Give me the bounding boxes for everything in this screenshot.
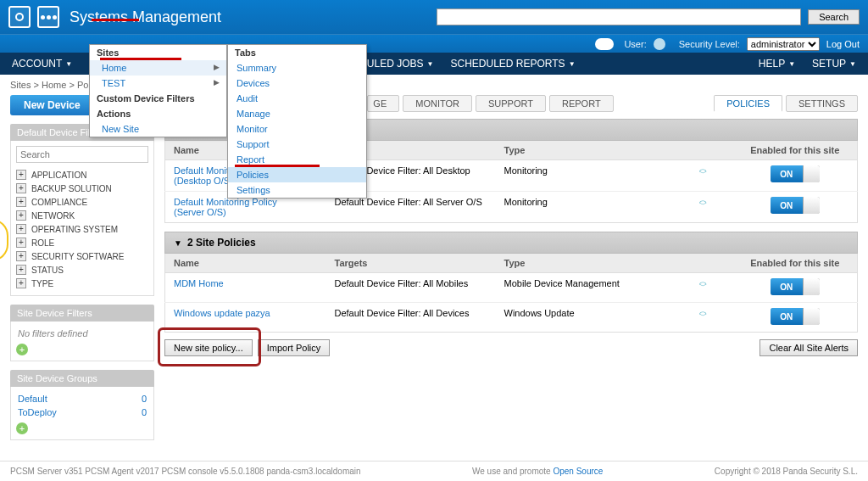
filter-label: SECURITY SOFTWARE <box>31 252 124 261</box>
menu-item-new-site[interactable]: New Site <box>90 121 226 137</box>
submenu-audit[interactable]: Audit <box>228 91 366 106</box>
filter-item[interactable]: +SECURITY SOFTWARE <box>16 249 148 263</box>
site-policies-table: Name Targets Type Enabled for this site … <box>164 254 858 333</box>
filter-item[interactable]: +COMPLIANCE <box>16 195 148 209</box>
submenu-policies[interactable]: Policies <box>228 167 366 182</box>
policy-type: Monitoring <box>496 160 691 192</box>
tab-monitor[interactable]: MONITOR <box>403 95 472 112</box>
col-type: Type <box>496 141 691 160</box>
logo-icon-1 <box>8 6 31 28</box>
nav-account[interactable]: ACCOUNT▼ <box>3 53 81 74</box>
expand-icon: + <box>16 251 26 261</box>
group-name: ToDeploy <box>18 407 57 417</box>
menu-heading-actions: Actions <box>90 106 226 121</box>
filter-item[interactable]: +TYPE <box>16 277 148 290</box>
nav-setup[interactable]: SETUP▼ <box>804 53 865 74</box>
filter-item[interactable]: +ROLE <box>16 236 148 249</box>
user-label: User: <box>624 39 646 49</box>
expand-icon: + <box>16 238 26 248</box>
filter-search-input[interactable] <box>16 146 148 163</box>
wifi-icon: ⌔ <box>699 308 713 322</box>
submenu-devices[interactable]: Devices <box>228 76 366 91</box>
wifi-icon: ⌔ <box>699 197 713 210</box>
caret-down-icon: ▼ <box>569 60 576 68</box>
annotation-policies-underline <box>235 165 320 167</box>
site-policies-header[interactable]: ▼ 2 Site Policies <box>164 232 858 254</box>
security-level-select[interactable]: administrator <box>747 37 820 51</box>
avatar-icon <box>654 38 665 50</box>
enabled-toggle[interactable]: ON <box>771 197 820 214</box>
filter-item[interactable]: +APPLICATION <box>16 168 148 182</box>
menu-item-home[interactable]: Home▶ <box>90 60 226 76</box>
filter-label: TYPE <box>31 279 53 288</box>
add-group-button[interactable]: + <box>16 422 28 434</box>
menu-item-test[interactable]: TEST▶ <box>90 76 226 91</box>
breadcrumb-sites[interactable]: Sites <box>10 80 31 90</box>
caret-down-icon: ▼ <box>65 60 72 68</box>
new-device-button[interactable]: New Device <box>10 95 94 115</box>
policy-targets: Default Device Filter: All Mobiles <box>326 273 496 303</box>
filter-label: NETWORK <box>31 211 75 221</box>
filter-label: STATUS <box>31 266 64 275</box>
new-site-policy-button[interactable]: New site policy... <box>164 339 253 356</box>
logout-link[interactable]: Log Out <box>826 39 860 49</box>
expand-icon: + <box>16 210 26 221</box>
submenu-support[interactable]: Support <box>228 137 366 152</box>
filter-label: OPERATING SYSTEM <box>31 225 118 234</box>
security-level-label: Security Level: <box>679 39 740 49</box>
site-groups-head: Site Device Groups <box>10 370 154 387</box>
filter-item[interactable]: +BACKUP SOLUTION <box>16 182 148 195</box>
caret-down-icon: ▼ <box>849 60 856 68</box>
global-search-button[interactable]: Search <box>808 9 860 25</box>
expand-icon: + <box>16 183 26 193</box>
annotation-home-underline <box>100 58 181 60</box>
table-row: Windows update pazyaDefault Device Filte… <box>165 303 858 333</box>
group-row[interactable]: ToDeploy0 <box>16 405 148 419</box>
tab-support[interactable]: SUPPORT <box>476 95 546 112</box>
tab-policies[interactable]: POLICIES <box>714 95 782 112</box>
col-targets: Targets <box>326 254 496 273</box>
enabled-toggle[interactable]: ON <box>771 165 820 182</box>
col-enabled: Enabled for this site <box>733 141 858 160</box>
enabled-toggle[interactable]: ON <box>771 308 820 325</box>
policy-name-link[interactable]: (Desktop O/S) <box>174 176 233 186</box>
nav-help[interactable]: HELP▼ <box>750 53 804 74</box>
submenu-manage[interactable]: Manage <box>228 106 366 121</box>
filter-item[interactable]: +STATUS <box>16 263 148 277</box>
collapse-icon: ▼ <box>174 238 182 248</box>
filter-item[interactable]: +OPERATING SYSTEM <box>16 222 148 236</box>
clear-all-alerts-button[interactable]: Clear All Site Alerts <box>760 339 858 356</box>
col-enabled: Enabled for this site <box>733 254 858 273</box>
app-title: Systems Management <box>70 8 221 26</box>
site-filters-head: Site Device Filters <box>10 305 154 322</box>
global-search-input[interactable] <box>437 8 801 25</box>
filter-label: BACKUP SOLUTION <box>31 184 112 193</box>
group-row[interactable]: Default0 <box>16 392 148 405</box>
logo-group: Systems Management <box>8 6 221 28</box>
policy-name-link[interactable]: MDM Home <box>174 278 224 288</box>
submenu-arrow-icon: ▶ <box>214 78 220 88</box>
add-filter-button[interactable]: + <box>16 344 28 355</box>
enabled-toggle[interactable]: ON <box>771 278 820 295</box>
tab-manage-partial[interactable]: GE <box>367 95 399 112</box>
tab-report[interactable]: REPORT <box>549 95 614 112</box>
submenu-monitor[interactable]: Monitor <box>228 121 366 137</box>
filter-label: ROLE <box>31 238 54 248</box>
filter-label: COMPLIANCE <box>31 198 87 207</box>
submenu-arrow-icon: ▶ <box>214 63 220 73</box>
submenu-summary[interactable]: Summary <box>228 60 366 76</box>
wifi-icon: ⌔ <box>699 278 713 292</box>
breadcrumb-home[interactable]: Home <box>42 80 66 90</box>
col-name: Name <box>165 254 326 273</box>
site-groups-panel: Default0ToDeploy0 + <box>10 387 154 440</box>
submenu-settings[interactable]: Settings <box>228 182 366 198</box>
import-policy-button[interactable]: Import Policy <box>258 339 331 356</box>
group-name: Default <box>18 394 47 404</box>
nav-scheduled-reports[interactable]: SCHEDULED REPORTS▼ <box>442 53 583 74</box>
tab-settings[interactable]: SETTINGS <box>786 95 858 112</box>
policy-buttons-row: New site policy... Import Policy Clear A… <box>164 339 858 356</box>
policy-name-link[interactable]: Windows update pazya <box>174 308 270 318</box>
policy-name-link[interactable]: (Server O/S) <box>174 207 226 217</box>
expand-icon: + <box>16 265 26 275</box>
filter-item[interactable]: +NETWORK <box>16 209 148 222</box>
